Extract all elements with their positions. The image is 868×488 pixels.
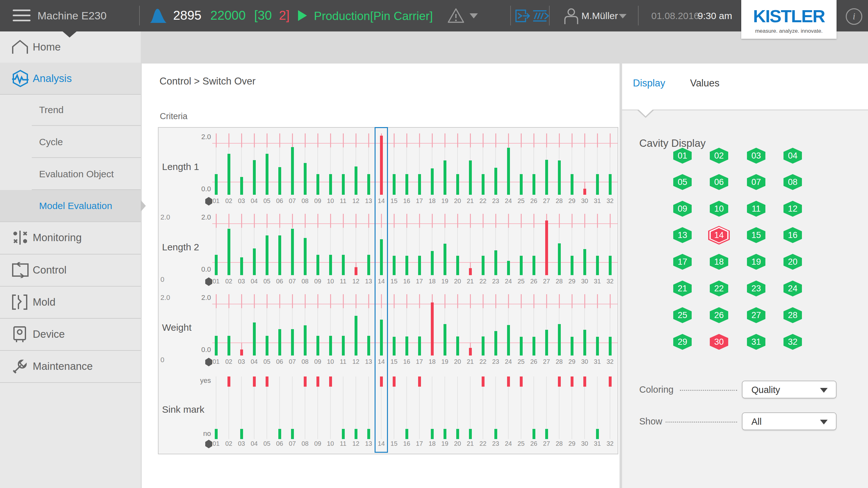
cavity-hexagon[interactable]: 20 <box>783 254 802 270</box>
cavity-hexagon[interactable]: 31 <box>747 334 765 350</box>
production-mode-label: Production[Pin Carrier] <box>314 9 433 23</box>
coloring-dropdown[interactable]: Quality <box>742 380 837 398</box>
user-dropdown-caret[interactable] <box>619 14 626 19</box>
cavity-hexagon[interactable]: 17 <box>673 254 692 270</box>
cavity-hexagon[interactable]: 06 <box>710 174 728 190</box>
topbar-divider <box>549 6 550 25</box>
date: 01.08.2016 <box>651 10 699 21</box>
cavity-hexagon[interactable]: 23 <box>747 280 765 297</box>
info-icon[interactable]: i <box>846 8 862 25</box>
cavity-hexagon[interactable]: 30 <box>710 334 728 350</box>
cavity-hexagon[interactable]: 12 <box>783 201 802 217</box>
machine-name: Machine E230 <box>37 9 106 22</box>
top-bar: Machine E230 2895 22000 [30 2] Productio… <box>0 0 868 31</box>
cavity-hexagon[interactable]: 22 <box>710 280 728 297</box>
user-icon <box>563 8 579 24</box>
show-dropdown[interactable]: All <box>742 413 837 430</box>
mode-dropdown-caret[interactable] <box>470 13 478 19</box>
cavity-hexagon[interactable]: 05 <box>673 174 692 190</box>
topbar-divider <box>139 6 140 25</box>
play-icon <box>298 10 307 21</box>
cavity-hexagon[interactable]: 16 <box>783 227 802 243</box>
cavity-hexagon[interactable]: 04 <box>783 148 802 163</box>
cavity-hexagon[interactable]: 27 <box>747 307 765 323</box>
topbar-divider <box>638 6 639 25</box>
cavity-hexagon[interactable]: 24 <box>783 280 802 297</box>
coloring-label: Coloring <box>639 385 674 395</box>
cavity-hexagon[interactable]: 08 <box>783 174 802 190</box>
cavity-hexagon[interactable]: 02 <box>710 148 728 163</box>
show-label: Show <box>639 416 662 427</box>
counter-good: [30 <box>254 8 272 23</box>
show-value: All <box>751 417 762 427</box>
chevron-down-icon <box>820 420 828 424</box>
cavity-hexagon[interactable]: 03 <box>747 148 765 163</box>
warning-triangle-icon[interactable] <box>447 8 465 24</box>
logo-tagline: measure. analyze. innovate. <box>741 28 837 34</box>
cycle-curve-icon <box>149 7 167 24</box>
cavity-hexagon[interactable]: 15 <box>747 227 765 243</box>
topbar-nav-pointer <box>63 31 76 37</box>
shot-count: 2895 <box>173 8 202 23</box>
cavity-hexagon[interactable]: 13 <box>673 227 692 243</box>
cavity-hexagon[interactable]: 01 <box>673 148 692 163</box>
time: 9:30 am <box>698 10 732 21</box>
cavity-hexagon[interactable]: 29 <box>673 334 692 350</box>
conveyor-icon[interactable] <box>532 8 549 24</box>
cavity-hexagon[interactable]: 26 <box>710 307 728 323</box>
shot-target: 22000 <box>210 8 246 23</box>
logo-text: KISTLER <box>741 6 837 26</box>
kistler-logo: KISTLER measure. analyze. innovate. <box>741 0 837 39</box>
cavity-hexagon[interactable]: 19 <box>747 254 765 270</box>
cavity-hex-grid: 0102030405060708091011121314151617181920… <box>0 0 868 488</box>
counter-bad: 2] <box>279 8 289 23</box>
cavity-hexagon[interactable]: 32 <box>783 334 802 350</box>
leader-line <box>680 390 737 391</box>
cavity-hexagon[interactable]: 18 <box>710 254 728 270</box>
cavity-hexagon[interactable]: 28 <box>783 307 802 323</box>
cavity-hexagon[interactable]: 10 <box>710 201 728 217</box>
tab-notch <box>638 109 653 116</box>
cavity-hexagon[interactable]: 11 <box>747 201 765 217</box>
cavity-hexagon[interactable]: 21 <box>673 280 692 297</box>
coloring-value: Quality <box>751 385 780 395</box>
topbar-divider <box>510 6 511 25</box>
selected-item-pointer <box>141 200 146 212</box>
cavity-hexagon[interactable]: 07 <box>747 174 765 190</box>
transfer-icon[interactable] <box>515 8 530 24</box>
user-name[interactable]: M.Müller <box>582 10 618 21</box>
chevron-down-icon <box>820 388 828 393</box>
hamburger-menu-icon[interactable] <box>13 9 31 22</box>
cavity-hexagon[interactable]: 25 <box>673 307 692 323</box>
cavity-hexagon[interactable]: 09 <box>673 201 692 217</box>
leader-line <box>665 421 737 423</box>
